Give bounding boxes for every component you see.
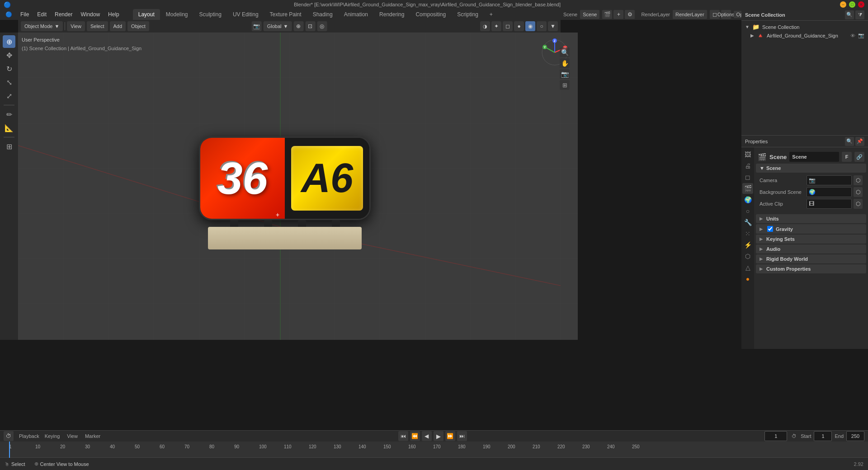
prop-object-icon[interactable]: ○ xyxy=(742,206,753,216)
menu-help[interactable]: Help xyxy=(104,10,123,19)
tab-compositing[interactable]: Compositing xyxy=(410,9,451,20)
select-menu[interactable]: Select xyxy=(87,21,108,31)
tool-annotate[interactable]: ✏ xyxy=(3,108,15,121)
scene-fake-user-icon[interactable]: F xyxy=(842,152,852,162)
global-selector[interactable]: Global ▼ xyxy=(264,21,292,31)
scene-selector[interactable]: Scene xyxy=(580,10,599,19)
scene-link-icon[interactable]: 🔗 xyxy=(854,152,864,162)
playback-menu[interactable]: Playback xyxy=(19,433,39,439)
shading-mat-icon[interactable]: ◉ xyxy=(525,21,535,31)
units-header[interactable]: ▶ Units xyxy=(756,214,866,223)
prev-keyframe-btn[interactable]: ⏪ xyxy=(410,431,420,441)
tab-sculpting[interactable]: Sculpting xyxy=(194,9,227,20)
clip-browse-icon[interactable]: ⬡ xyxy=(854,199,863,209)
menu-render[interactable]: Render xyxy=(51,10,76,19)
start-frame-input[interactable]: 1 xyxy=(814,431,832,441)
prop-world-icon[interactable]: 🌍 xyxy=(742,194,753,205)
tab-scripting[interactable]: Scripting xyxy=(452,9,484,20)
shading-wire-icon[interactable]: ◻ xyxy=(503,21,513,31)
jump-end-btn[interactable]: ⏭ xyxy=(457,431,467,441)
menu-file[interactable]: File xyxy=(17,10,33,19)
pan-icon[interactable]: ✋ xyxy=(560,58,570,68)
shading-render-icon[interactable]: ○ xyxy=(537,21,547,31)
snap-icon[interactable]: ⊡ xyxy=(305,21,315,31)
prop-constraint-icon[interactable]: ⬡ xyxy=(742,251,753,262)
tab-texture-paint[interactable]: Texture Paint xyxy=(264,9,307,20)
play-btn[interactable]: ▶ xyxy=(434,431,443,441)
scene-icon[interactable]: 🎬 xyxy=(602,10,612,19)
tab-animation[interactable]: Animation xyxy=(339,9,373,20)
outliner-object-item[interactable]: ▶ 🔺 Airfiled_Ground_Guidance_Sign 👁 📷 xyxy=(741,31,868,40)
prop-data-icon[interactable]: △ xyxy=(742,262,753,273)
tool-transform[interactable]: ⤢ xyxy=(3,89,15,102)
tool-measure[interactable]: 📐 xyxy=(3,122,15,134)
gravity-header[interactable]: ▶ Gravity xyxy=(756,224,866,234)
gravity-checkbox[interactable] xyxy=(767,226,773,232)
bg-scene-value[interactable]: 🌍 xyxy=(807,187,852,197)
tool-cursor[interactable]: ⊕ xyxy=(3,35,15,48)
outliner-filter-icon[interactable]: ⧩ xyxy=(855,10,864,19)
minimize-button[interactable]: – xyxy=(840,1,846,8)
view-camera-icon[interactable]: 📷 xyxy=(252,21,262,31)
viewport-3d[interactable]: User Perspective (1) Scene Collection | … xyxy=(18,33,578,340)
outliner-search-icon[interactable]: 🔍 xyxy=(845,10,854,19)
shading-settings-icon[interactable]: ▼ xyxy=(548,21,558,31)
tab-modeling[interactable]: Modeling xyxy=(160,9,193,20)
tool-add[interactable]: ⊞ xyxy=(3,140,15,153)
camera-value[interactable]: 📷 xyxy=(807,175,852,185)
camera-view-icon[interactable]: 📷 xyxy=(560,69,570,79)
renderlayer-selector[interactable]: RenderLayer xyxy=(673,10,707,19)
timeline-mode-icon[interactable]: ⏱ xyxy=(4,431,14,441)
viewport-overlay-icon[interactable]: ◑ xyxy=(480,21,490,31)
camera-browse-icon[interactable]: ⬡ xyxy=(854,175,863,185)
props-search-icon[interactable]: 🔍 xyxy=(845,137,854,146)
tool-rotate[interactable]: ↻ xyxy=(3,62,15,75)
bg-scene-browse-icon[interactable]: ⬡ xyxy=(854,187,863,197)
ortho-icon[interactable]: ⊞ xyxy=(560,80,570,90)
proportional-icon[interactable]: ◎ xyxy=(317,21,327,31)
vis-icon[interactable]: 👁 xyxy=(850,33,855,38)
settings-icon[interactable]: ⚙ xyxy=(625,10,635,19)
tab-rendering[interactable]: Rendering xyxy=(374,9,410,20)
prop-particle-icon[interactable]: ⁙ xyxy=(742,228,753,239)
prop-output-icon[interactable]: 🖨 xyxy=(742,160,753,171)
viewport-gizmo-icon[interactable]: ✦ xyxy=(491,21,501,31)
menu-window[interactable]: Window xyxy=(77,10,104,19)
active-clip-value[interactable]: 🎞 xyxy=(807,199,852,209)
object-menu[interactable]: Object xyxy=(127,21,149,31)
add-menu[interactable]: Add xyxy=(110,21,126,31)
end-frame-input[interactable]: 250 xyxy=(846,431,864,441)
next-keyframe-btn[interactable]: ⏩ xyxy=(445,431,455,441)
tab-uv-editing[interactable]: UV Editing xyxy=(227,9,264,20)
keying-sets-header[interactable]: ▶ Keying Sets xyxy=(756,235,866,244)
prop-material-icon[interactable]: ● xyxy=(742,273,753,284)
tab-layout[interactable]: Layout xyxy=(133,9,160,20)
props-pin-icon[interactable]: 📌 xyxy=(855,137,864,146)
shading-solid-icon[interactable]: ● xyxy=(514,21,524,31)
render-vis-icon[interactable]: 📷 xyxy=(858,33,864,38)
close-button[interactable]: ✕ xyxy=(858,1,864,8)
scene-name-input[interactable]: Scene xyxy=(789,152,839,162)
custom-props-header[interactable]: ▶ Custom Properties xyxy=(756,264,866,273)
jump-start-btn[interactable]: ⏮ xyxy=(398,431,408,441)
rigid-body-header[interactable]: ▶ Rigid Body World xyxy=(756,254,866,263)
prop-physics-icon[interactable]: ⚡ xyxy=(742,240,753,250)
play-reverse-btn[interactable]: ◀ xyxy=(422,431,432,441)
options-button[interactable]: Options xyxy=(721,10,731,19)
menu-edit[interactable]: Edit xyxy=(33,10,50,19)
outliner-scene-collection[interactable]: ▼ 📁 Scene Collection xyxy=(741,23,868,31)
prop-scene-icon[interactable]: 🎬 xyxy=(742,183,753,194)
tool-scale[interactable]: ⤡ xyxy=(3,76,15,89)
prop-modifier-icon[interactable]: 🔧 xyxy=(742,217,753,228)
zoom-icon[interactable]: 🔍 xyxy=(560,47,570,57)
add-scene-icon[interactable]: + xyxy=(613,10,623,19)
menu-blender[interactable]: 🔵 xyxy=(2,10,16,19)
maximize-button[interactable]: □ xyxy=(849,1,855,8)
view-menu-tl[interactable]: View xyxy=(65,433,80,439)
prop-view-layer-icon[interactable]: ◻ xyxy=(742,172,753,183)
view-menu[interactable]: View xyxy=(67,21,85,31)
tab-shading[interactable]: Shading xyxy=(307,9,338,20)
mode-selector[interactable]: Object Mode ▼ xyxy=(21,21,63,31)
prop-render-icon[interactable]: 🖼 xyxy=(742,149,753,160)
navigation-gizmo[interactable]: Z X Y 🔍 ✋ 📷 ⊞ xyxy=(540,38,570,67)
